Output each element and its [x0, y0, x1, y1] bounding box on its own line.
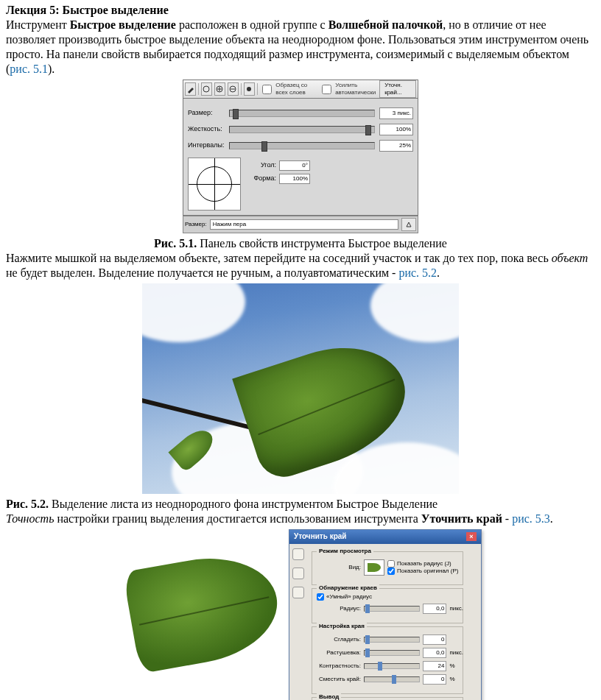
contrast-label: Контрастность:	[317, 662, 361, 670]
hardness-value[interactable]: 100%	[379, 124, 413, 135]
caption-text: Выделение листа из неоднородного фона ин…	[49, 498, 437, 510]
bold-term: Волшебной палочкой	[328, 18, 443, 31]
radius-slider[interactable]	[364, 606, 420, 612]
text: Нажмите мышкой на выделяемом объекте, за…	[6, 252, 552, 264]
show-original-checkbox[interactable]: Показать оригинал (P)	[387, 568, 458, 575]
group-title: Режим просмотра	[317, 548, 373, 555]
spacing-label: Интервалы:	[188, 141, 225, 149]
subtract-selection-icon[interactable]	[228, 82, 239, 96]
smart-radius-checkbox[interactable]: «Умный» радиус	[317, 593, 458, 601]
refine-edge-button[interactable]: Уточн. край...	[379, 80, 416, 98]
fig-ref-link[interactable]: рис. 5.2	[398, 266, 437, 279]
text: не будет выделен. Выделение получается н…	[6, 266, 398, 279]
dialog-title: Уточнить край	[294, 532, 346, 542]
paragraph-2: Нажмите мышкой на выделяемом объекте, за…	[6, 251, 595, 280]
checkbox-label: «Умный» радиус	[326, 593, 372, 601]
caption-5-2: Рис. 5.2. Выделение листа из неоднородно…	[6, 497, 595, 512]
add-selection-icon[interactable]	[214, 82, 225, 96]
pressure-dropdown[interactable]: Нажим пера	[210, 219, 398, 230]
checkbox-label: Образец со всех слоев	[275, 82, 317, 96]
view-thumbnail[interactable]	[364, 559, 384, 576]
shift-label: Сместить край:	[317, 676, 361, 683]
spacing-slider[interactable]	[229, 142, 375, 149]
smooth-value[interactable]: 0	[423, 634, 446, 645]
spacing-value[interactable]: 25%	[379, 140, 413, 152]
hardness-slider[interactable]	[229, 126, 375, 133]
unit: пикс.	[449, 605, 458, 612]
figure-5-2	[6, 283, 595, 494]
figure-5-1: Образец со всех слоев Усилить автоматиче…	[6, 79, 595, 233]
text: .	[550, 512, 553, 525]
view-mode-group: Режим просмотра Вид: Показать радиус (J)…	[312, 551, 463, 585]
text: ).	[48, 63, 55, 75]
paragraph-1: Инструмент Быстрое выделение расположен …	[6, 18, 595, 77]
fig-ref-link[interactable]: рис. 5.3	[512, 512, 550, 525]
shift-slider[interactable]	[364, 676, 420, 682]
brush-properties: Размер: 3 пикс. Жесткость: 100% Интервал…	[183, 99, 418, 216]
size-label: Размер:	[188, 109, 225, 117]
fig-ref-link[interactable]: рис. 5.1	[10, 63, 48, 75]
hand-icon[interactable]	[292, 568, 304, 579]
roundness-value[interactable]: 100%	[279, 174, 310, 184]
svg-point-6	[247, 87, 251, 91]
feather-label: Растушевка:	[317, 649, 361, 657]
pressure-label: Размер:	[185, 221, 207, 228]
text: Инструмент	[6, 18, 70, 31]
bold-term: Уточнить край	[421, 512, 502, 525]
text: .	[437, 266, 440, 279]
group-title: Обнаружение краев	[317, 584, 379, 592]
panel-footer: Размер: Нажим пера	[183, 216, 418, 233]
dialog-titlebar: Уточнить край ×	[289, 530, 481, 544]
shift-value[interactable]: 0	[423, 674, 446, 685]
italic-term: Точность	[6, 512, 54, 525]
radius-label: Радиус:	[317, 605, 361, 612]
leaf-preview-image	[119, 529, 289, 691]
new-selection-icon[interactable]	[201, 82, 212, 96]
smooth-slider[interactable]	[364, 637, 420, 643]
caption-number: Рис. 5.2.	[6, 498, 49, 510]
brush-angle-dial[interactable]	[188, 158, 241, 211]
feather-value[interactable]: 0,0	[423, 648, 446, 658]
caption-number: Рис. 5.1.	[154, 237, 197, 250]
text: -	[502, 512, 512, 525]
text: настройки границ выделения достигается и…	[54, 512, 421, 525]
close-icon[interactable]: ×	[466, 532, 477, 541]
edge-adjust-group: Настройка края Сгладить:0 Растушевка:0,0…	[312, 626, 463, 694]
brush-tool-icon[interactable]	[185, 82, 196, 96]
checkbox-label: Показать оригинал (P)	[397, 568, 458, 575]
radius-value[interactable]: 0,0	[423, 604, 446, 614]
svg-point-0	[203, 86, 209, 92]
unit: %	[449, 676, 458, 683]
roundness-label: Форма:	[250, 174, 276, 183]
angle-value[interactable]: 0°	[279, 160, 310, 171]
feather-slider[interactable]	[364, 650, 420, 656]
italic-term: объект	[552, 252, 588, 264]
caption-5-1: Рис. 5.1. Панель свойств инструмента Быс…	[6, 236, 595, 251]
hardness-label: Жесткость:	[188, 125, 225, 133]
smooth-label: Сгладить:	[317, 636, 361, 643]
pen-pressure-icon[interactable]	[401, 218, 416, 231]
brush-icon[interactable]	[292, 587, 304, 598]
toolbar: Образец со всех слоев Усилить автоматиче…	[183, 79, 418, 99]
contrast-slider[interactable]	[364, 663, 420, 669]
sample-all-layers-checkbox[interactable]: Образец со всех слоев	[259, 82, 317, 96]
zoom-icon[interactable]	[292, 548, 304, 560]
output-group: Вывод Очистить цвета Эффект:% Вывод в:Но…	[312, 697, 463, 701]
auto-enhance-checkbox[interactable]: Усилить автоматически	[319, 82, 377, 96]
text: расположен в одной группе с	[176, 18, 328, 31]
group-title: Настройка края	[317, 623, 367, 630]
view-label: Вид:	[317, 564, 361, 571]
bold-term: Быстрое выделение	[70, 18, 176, 31]
brush-preset-icon[interactable]	[244, 82, 255, 96]
leaf-sky-image	[142, 283, 459, 494]
contrast-value[interactable]: 24	[423, 661, 446, 671]
paragraph-3: Точность настройки границ выделения дост…	[6, 512, 595, 526]
show-radius-checkbox[interactable]: Показать радиус (J)	[387, 560, 458, 568]
checkbox-label: Усилить автоматически	[335, 82, 377, 96]
unit: пикс.	[449, 649, 458, 657]
angle-label: Угол:	[250, 161, 276, 169]
size-slider[interactable]	[229, 110, 375, 117]
size-value[interactable]: 3 пикс.	[379, 107, 413, 119]
lecture-heading: Лекция 5: Быстрое выделение	[6, 4, 169, 16]
group-title: Вывод	[317, 693, 341, 701]
